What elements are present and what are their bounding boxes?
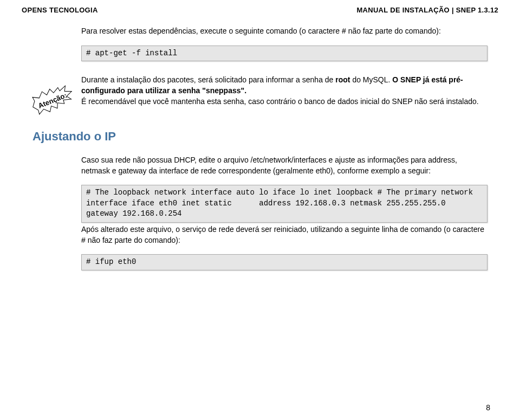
attention-text: Durante a instalação dos pacotes, será s… (81, 75, 487, 107)
ip-paragraph-1: Caso sua rede não possua DHCP, edite o a… (81, 155, 487, 176)
code-ifup: # ifup eth0 (81, 254, 487, 270)
intro-paragraph: Para resolver estas dependências, execut… (81, 26, 487, 37)
attention-part1: Durante a instalação dos pacotes, será s… (81, 75, 335, 84)
header-right: MANUAL DE INSTALAÇÃO | SNEP 1.3.12 (356, 5, 498, 15)
section-title-ip: Ajustando o IP (32, 128, 487, 145)
attention-label: Atenção: (37, 91, 68, 111)
ip-paragraph-2: Após alterado este arquivo, o serviço de… (81, 224, 487, 245)
doc-header: OPENS TECNOLOGIA MANUAL DE INSTALAÇÃO | … (0, 0, 520, 20)
header-left: OPENS TECNOLOGIA (22, 5, 98, 15)
doc-content: Para resolver estas dependências, execut… (0, 20, 520, 289)
attention-part5: É recomendável que você mantenha esta se… (81, 97, 479, 106)
attention-tag: Atenção: (26, 80, 79, 121)
attention-part3: do MySQL. (350, 75, 393, 84)
code-apt-get: # apt-get -f install (81, 46, 487, 62)
page-number: 8 (486, 403, 490, 413)
code-interfaces: # The loopback network interface auto lo… (81, 185, 487, 223)
attention-part2: root (335, 75, 350, 84)
attention-block: Atenção: Durante a instalação dos pacote… (81, 75, 487, 107)
